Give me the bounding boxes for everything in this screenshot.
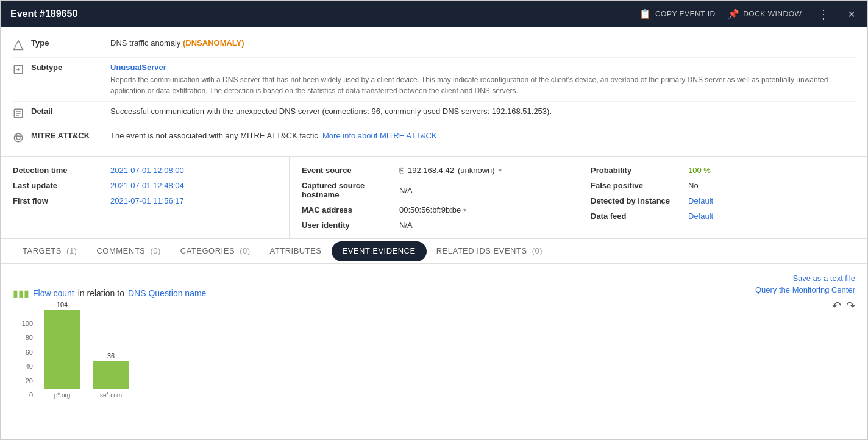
event-info-section: Type DNS traffic anomaly (DNSANOMALY) Su… <box>1 27 867 157</box>
first-flow-label: First flow <box>13 196 110 205</box>
y-label-60: 60 <box>13 349 33 356</box>
svg-point-10 <box>15 135 17 137</box>
type-row: Type DNS traffic anomaly (DNSANOMALY) <box>13 34 855 58</box>
tab-event-evidence[interactable]: EVENT EVIDENCE <box>332 241 427 261</box>
tab-comments-count: (0) <box>150 246 160 255</box>
copy-event-id-label: COPY EVENT ID <box>655 10 716 18</box>
bar-chart: 0 20 40 60 80 100 104 p*.org <box>13 320 208 417</box>
mitre-link[interactable]: More info about MITRE ATT&CK <box>322 131 437 140</box>
mitre-label: MITRE ATT&CK <box>31 131 110 140</box>
detail-icon <box>13 108 31 121</box>
content-area: Type DNS traffic anomaly (DNSANOMALY) Su… <box>1 27 867 439</box>
captured-hostname-value: N/A <box>399 186 413 195</box>
first-flow-row: First flow 2021-07-01 11:56:17 <box>13 196 277 205</box>
y-label-80: 80 <box>13 334 33 341</box>
dock-window-label: DOCK WINDOW <box>743 10 802 18</box>
mitre-value: The event is not associated with any MIT… <box>110 131 855 140</box>
tab-categories[interactable]: CATEGORIES (0) <box>171 239 260 264</box>
subtype-value: UnusualServer Reports the communication … <box>110 63 855 96</box>
chart-container: 0 20 40 60 80 100 104 p*.org <box>13 320 855 417</box>
copy-icon: 📋 <box>639 9 652 20</box>
event-source-value: ⎘ 192.168.4.42 (unknown) ▾ <box>399 166 502 175</box>
event-source-ip: 192.168.4.42 <box>408 166 454 175</box>
detection-time-value: 2021-07-01 12:08:00 <box>110 166 184 175</box>
detected-by-row: Detected by instance Default <box>591 196 855 205</box>
flow-count-link[interactable]: Flow count <box>33 288 74 298</box>
false-positive-label: False positive <box>591 181 688 190</box>
close-button[interactable]: × <box>845 7 858 21</box>
mac-text: 00:50:56:bf:9b:be <box>399 205 461 215</box>
last-update-row: Last update 2021-07-01 12:48:04 <box>13 181 277 190</box>
dns-question-link[interactable]: DNS Question name <box>128 288 206 298</box>
mitre-row: MITRE ATT&CK The event is not associated… <box>13 126 855 150</box>
data-feed-label: Data feed <box>591 211 688 221</box>
bar-2-value-label: 36 <box>107 352 115 360</box>
tab-attributes[interactable]: ATTRIBUTES <box>260 239 332 264</box>
dock-window-button[interactable]: 📌 DOCK WINDOW <box>728 9 802 20</box>
last-update-label: Last update <box>13 181 110 190</box>
svg-point-11 <box>20 135 21 137</box>
user-identity-value: N/A <box>399 221 413 230</box>
tab-comments[interactable]: COMMENTS (0) <box>87 239 170 264</box>
copy-event-id-button[interactable]: 📋 COPY EVENT ID <box>639 9 715 20</box>
type-icon <box>13 40 31 52</box>
undo-button[interactable]: ↶ <box>832 299 841 313</box>
mitre-text: The event is not associated with any MIT… <box>110 131 320 140</box>
y-label-40: 40 <box>13 363 33 370</box>
first-flow-value: 2021-07-01 11:56:17 <box>110 196 184 205</box>
ip-row: ⎘ 192.168.4.42 (unknown) ▾ <box>399 166 502 175</box>
type-label: Type <box>31 38 110 48</box>
subtype-name: UnusualServer <box>110 63 855 72</box>
mitre-icon <box>13 132 31 145</box>
chart-bar-icon: ▮▮▮ <box>13 288 29 299</box>
event-source-tag: (unknown) <box>458 166 495 175</box>
type-text: DNS traffic anomaly <box>110 38 180 48</box>
y-label-100: 100 <box>13 320 33 327</box>
user-identity-row: User identity N/A <box>302 221 566 230</box>
bar-2-x-label: se*.com <box>100 392 122 399</box>
meta-col-middle: Event source ⎘ 192.168.4.42 (unknown) ▾ … <box>290 157 578 238</box>
y-label-0: 0 <box>13 391 33 399</box>
detection-time-row: Detection time 2021-07-01 12:08:00 <box>13 166 277 175</box>
bar-group-2: 36 se*.com <box>87 352 135 399</box>
tab-targets[interactable]: TARGETS (1) <box>13 239 87 264</box>
type-code: (DNSANOMALY) <box>183 38 244 48</box>
bar-group-1: 104 p*.org <box>38 301 87 399</box>
detected-by-label: Detected by instance <box>591 196 688 205</box>
y-label-20: 20 <box>13 377 33 385</box>
source-dropdown-icon[interactable]: ▾ <box>499 167 502 174</box>
tab-related-ids[interactable]: RELATED IDS EVENTS (0) <box>427 239 552 264</box>
dock-icon: 📌 <box>728 9 740 20</box>
captured-hostname-row: Captured source hostname N/A <box>302 181 566 199</box>
save-text-link[interactable]: Save as a text file <box>792 274 855 283</box>
subtype-icon <box>13 64 31 77</box>
title-bar: Event #189650 📋 COPY EVENT ID 📌 DOCK WIN… <box>1 1 867 27</box>
subtype-label: Subtype <box>31 63 110 72</box>
tabs-bar: TARGETS (1) COMMENTS (0) CATEGORIES (0) … <box>1 239 867 264</box>
mac-address-value: 00:50:56:bf:9b:be ▾ <box>399 205 466 215</box>
type-value: DNS traffic anomaly (DNSANOMALY) <box>110 38 855 48</box>
probability-row: Probability 100 % <box>591 166 855 175</box>
tab-targets-count: (1) <box>66 246 77 255</box>
tab-related-count: (0) <box>532 246 542 255</box>
false-positive-row: False positive No <box>591 181 855 190</box>
title-bar-actions: 📋 COPY EVENT ID 📌 DOCK WINDOW ⋮ × <box>639 7 858 21</box>
detected-by-value: Default <box>688 196 713 205</box>
evidence-header: ▮▮▮ Flow count in relation to DNS Questi… <box>13 274 855 313</box>
mac-dropdown-icon[interactable]: ▾ <box>463 207 466 213</box>
bar-2 <box>93 361 129 389</box>
last-update-value: 2021-07-01 12:48:04 <box>110 181 184 190</box>
svg-marker-0 <box>14 41 23 50</box>
window-title: Event #189650 <box>10 9 639 20</box>
detail-row: Detail Successful communication with the… <box>13 102 855 126</box>
evidence-section: ▮▮▮ Flow count in relation to DNS Questi… <box>1 264 867 427</box>
mac-address-label: MAC address <box>302 205 399 215</box>
data-feed-value: Default <box>688 211 713 221</box>
mac-address-row: MAC address 00:50:56:bf:9b:be ▾ <box>302 205 566 215</box>
meta-col-left: Detection time 2021-07-01 12:08:00 Last … <box>1 157 290 238</box>
bar-1 <box>44 310 80 389</box>
query-monitoring-link[interactable]: Query the Monitoring Center <box>755 285 855 294</box>
more-options-button[interactable]: ⋮ <box>814 7 833 21</box>
detail-value: Successful communication with the unexpe… <box>110 107 855 116</box>
redo-button[interactable]: ↷ <box>846 299 855 313</box>
